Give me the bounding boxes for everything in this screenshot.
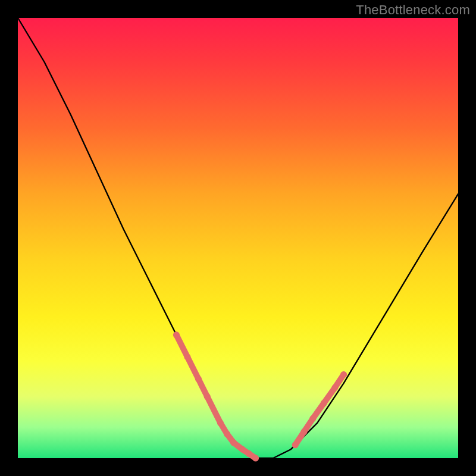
marker-dot: [331, 384, 338, 391]
attribution-text: TheBottleneck.com: [356, 2, 470, 18]
marker-dot: [173, 331, 180, 338]
plot-area: [18, 18, 458, 458]
marker-dot: [239, 446, 246, 453]
marker-dot: [204, 393, 211, 400]
marker-dot: [217, 419, 224, 426]
marker-dot: [252, 455, 259, 462]
marker-dot: [321, 400, 327, 406]
bottleneck-curve: [18, 18, 458, 458]
marker-dot: [292, 441, 299, 448]
marker-dot: [301, 428, 308, 435]
marker-dot: [184, 353, 190, 360]
marker-dash: [187, 357, 199, 379]
chart-frame: TheBottleneck.com: [0, 0, 476, 476]
marker-segment-left: [173, 331, 259, 461]
marker-dot: [340, 371, 347, 378]
marker-dot: [230, 440, 237, 446]
marker-dot: [309, 415, 316, 422]
marker-dot: [195, 375, 202, 382]
marker-dash: [176, 335, 187, 357]
marker-dot: [224, 431, 230, 437]
marker-dot: [246, 450, 252, 457]
chart-svg: [18, 18, 458, 458]
marker-dash: [207, 396, 220, 422]
marker-segment-right: [292, 371, 347, 448]
